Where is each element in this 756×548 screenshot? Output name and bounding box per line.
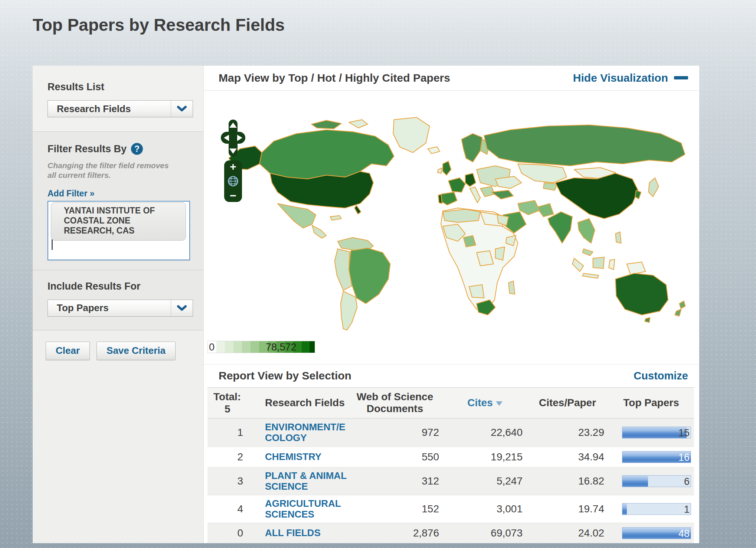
docs-cell: 972 (348, 427, 445, 438)
research-field-link[interactable]: AGRICULTURAL SCIENCES (265, 495, 348, 523)
table-row: 2 CHEMISTRY 550 19,215 34.94 16 (207, 447, 694, 467)
top-papers-bar: 1 (622, 503, 691, 515)
top-papers-value: 6 (684, 476, 690, 487)
save-criteria-button[interactable]: Save Criteria (96, 342, 176, 360)
top-papers-bar: 16 (622, 451, 691, 463)
include-results-selected-value: Top Papers (48, 302, 171, 314)
filter-section: Filter Results By ? Changing the filter … (33, 132, 203, 270)
report-header: Report View by Selection Customize (204, 364, 699, 388)
results-list-selected-value: Research Fields (48, 103, 171, 115)
cites-per-paper-cell: 19.74 (528, 503, 610, 515)
cites-cell: 5,247 (445, 475, 528, 487)
collapse-minus-icon (674, 76, 688, 79)
add-filter-link[interactable]: Add Filter » (48, 189, 95, 199)
main-panel: Map View by Top / Hot / Highly Cited Pap… (204, 66, 699, 543)
hide-visualization-label: Hide Visualization (573, 72, 668, 84)
table-header-row: Total: 5 Research Fields Web of Science … (207, 387, 694, 418)
top-papers-bar: 48 (622, 527, 691, 539)
total-count: Total: 5 (207, 388, 248, 418)
research-field-link[interactable]: ENVIRONMENT/ECOLOGY (265, 419, 348, 446)
cites-per-paper-cell: 16.82 (528, 475, 610, 487)
table-row: 0 ALL FIELDS 2,876 69,073 24.02 48 (207, 523, 694, 543)
filter-heading: Filter Results By ? (48, 143, 193, 155)
include-results-heading: Include Results For (48, 281, 193, 292)
sort-descending-icon (496, 401, 503, 406)
research-field-link[interactable]: ALL FIELDS (265, 525, 348, 541)
top-papers-value: 16 (678, 452, 690, 463)
top-papers-bar: 6 (622, 475, 691, 487)
top-papers-value: 48 (678, 528, 690, 539)
legend-max-label: 78,572 (266, 342, 297, 353)
results-table: Total: 5 Research Fields Web of Science … (207, 387, 694, 543)
legend-gradient-bar (207, 341, 315, 353)
map-title: Map View by Top / Hot / Highly Cited Pap… (219, 72, 450, 84)
docs-cell: 2,876 (348, 527, 445, 539)
page-title: Top Papers by Research Fields (33, 15, 285, 35)
total-value: 5 (213, 403, 248, 415)
world-map-region: + − 0 78,572 (204, 91, 699, 364)
table-row: 1 ENVIRONMENT/ECOLOGY 972 22,640 23.29 1… (207, 418, 694, 446)
map-header: Map View by Top / Hot / Highly Cited Pap… (204, 66, 699, 91)
cites-cell: 22,640 (445, 427, 528, 438)
map-color-legend: 0 78,572 (207, 341, 315, 353)
chevron-down-icon[interactable] (171, 300, 193, 316)
map-zoom-control[interactable]: + − (224, 160, 242, 202)
rank-cell: 1 (207, 427, 248, 438)
research-field-link[interactable]: PLANT & ANIMAL SCIENCE (265, 467, 348, 495)
chevron-down-icon[interactable] (171, 101, 193, 117)
hide-visualization-link[interactable]: Hide Visualization (573, 72, 688, 84)
zoom-in-button[interactable]: + (230, 162, 236, 172)
filter-note: Changing the filter field removes all cu… (48, 161, 170, 180)
results-list-dropdown[interactable]: Research Fields (48, 100, 193, 117)
cites-sort-label[interactable]: Cites (467, 397, 492, 409)
docs-cell: 152 (348, 503, 445, 515)
rank-cell: 0 (207, 527, 248, 539)
cites-cell: 69,073 (445, 527, 528, 539)
cites-per-paper-cell: 34.94 (528, 451, 610, 463)
total-label: Total: (213, 391, 248, 403)
docs-cell: 312 (348, 475, 445, 487)
customize-link[interactable]: Customize (634, 370, 688, 382)
globe-icon[interactable] (227, 175, 239, 187)
docs-cell: 550 (348, 451, 445, 463)
column-header-wos-documents[interactable]: Web of Science Documents (347, 391, 443, 415)
active-filter-chip[interactable]: YANTAI INSTITUTE OF COASTAL ZONE RESEARC… (51, 202, 186, 241)
text-cursor (52, 239, 53, 250)
cites-per-paper-cell: 24.02 (528, 527, 610, 539)
cites-cell: 19,215 (445, 451, 528, 463)
clear-button[interactable]: Clear (46, 342, 90, 360)
filter-input-box[interactable]: YANTAI INSTITUTE OF COASTAL ZONE RESEARC… (48, 201, 190, 260)
table-row: 3 PLANT & ANIMAL SCIENCE 312 5,247 16.82… (207, 467, 694, 495)
content-card: Results List Research Fields Filter Resu… (33, 66, 699, 543)
cites-per-paper-cell: 23.29 (528, 427, 610, 438)
rank-cell: 4 (207, 503, 248, 515)
top-papers-value: 15 (678, 427, 690, 439)
research-field-link[interactable]: CHEMISTRY (265, 448, 348, 465)
world-choropleth-map[interactable] (217, 113, 698, 332)
zoom-out-button[interactable]: − (230, 191, 236, 200)
column-header-research-fields[interactable]: Research Fields (248, 397, 347, 409)
question-mark-icon[interactable]: ? (131, 143, 143, 155)
table-row: 4 AGRICULTURAL SCIENCES 152 3,001 19.74 … (207, 495, 694, 523)
results-list-heading: Results List (48, 81, 193, 93)
column-header-cites[interactable]: Cites (443, 397, 527, 409)
report-title: Report View by Selection (219, 369, 351, 382)
legend-min-label: 0 (209, 342, 215, 353)
include-results-section: Include Results For Top Papers (33, 270, 203, 330)
rank-cell: 2 (207, 451, 248, 463)
top-papers-bar: 15 (622, 427, 691, 438)
criteria-sidebar: Results List Research Fields Filter Resu… (33, 66, 204, 543)
column-header-top-papers[interactable]: Top Papers (608, 397, 694, 409)
sidebar-actions: Clear Save Criteria (33, 330, 203, 360)
top-papers-value: 1 (684, 504, 690, 515)
rank-cell: 3 (207, 475, 248, 487)
map-pan-control[interactable] (221, 120, 245, 157)
include-results-dropdown[interactable]: Top Papers (48, 300, 193, 317)
column-header-cites-per-paper[interactable]: Cites/Paper (527, 397, 608, 409)
filter-heading-label: Filter Results By (48, 143, 127, 155)
results-list-section: Results List Research Fields (33, 66, 203, 132)
cites-cell: 3,001 (445, 503, 528, 515)
